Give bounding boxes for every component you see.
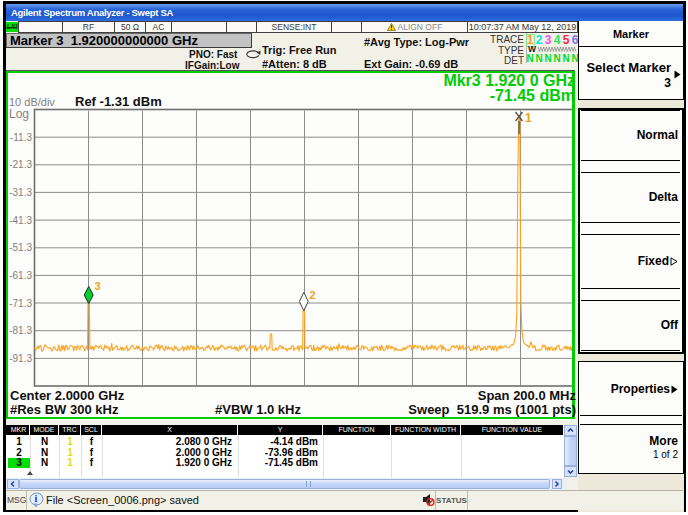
- svg-text:i: i: [35, 493, 38, 504]
- svg-text:2: 2: [310, 289, 316, 301]
- svg-text:1: 1: [525, 111, 532, 125]
- svg-text:W: W: [528, 45, 537, 53]
- svg-text:3: 3: [95, 280, 101, 292]
